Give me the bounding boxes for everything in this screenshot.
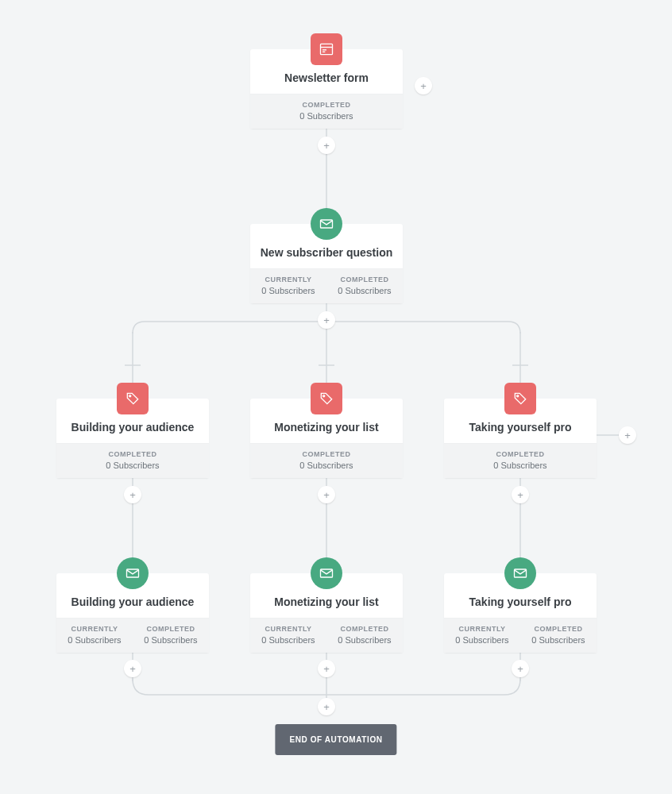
svg-point-21 [323,395,325,397]
node-newsletter-form[interactable]: Newsletter form COMPLETED 0 Subscribers [250,49,403,129]
node-stats: COMPLETED 0 Subscribers [444,443,597,478]
add-step-button[interactable]: + [318,486,335,503]
node-monetizing-list-mail[interactable]: Monetizing your list CURRENTLY 0 Subscri… [250,573,403,653]
stat-label: CURRENTLY [60,625,129,633]
stat-value: 0 Subscribers [136,635,206,645]
node-stats: COMPLETED 0 Subscribers [250,443,403,478]
add-step-button[interactable]: + [124,660,141,677]
stat-value: 0 Subscribers [447,461,593,470]
tag-icon [117,383,149,414]
svg-point-20 [129,395,131,397]
node-new-subscriber-question[interactable]: New subscriber question CURRENTLY 0 Subs… [250,224,403,303]
stat-label: COMPLETED [253,450,400,458]
node-monetizing-list-tag[interactable]: Monetizing your list COMPLETED 0 Subscri… [250,399,403,478]
stat-label: CURRENTLY [447,625,517,633]
mail-icon [117,557,149,589]
svg-rect-25 [515,569,527,577]
node-building-audience-tag[interactable]: Building your audience COMPLETED 0 Subsc… [56,399,209,478]
node-stats: COMPLETED 0 Subscribers [250,94,403,129]
svg-rect-23 [127,569,139,577]
form-icon [311,33,342,65]
stat-value: 0 Subscribers [253,286,323,295]
automation-canvas: Newsletter form COMPLETED 0 Subscribers … [0,0,672,794]
add-step-button[interactable]: + [318,311,335,329]
node-stats: CURRENTLY 0 Subscribers COMPLETED 0 Subs… [250,268,403,303]
mail-icon [311,208,342,240]
stat-label: CURRENTLY [253,625,323,633]
stat-value: 0 Subscribers [253,635,323,645]
node-stats: CURRENTLY 0 Subscribers COMPLETED 0 Subs… [444,618,597,653]
node-stats: CURRENTLY 0 Subscribers COMPLETED 0 Subs… [250,618,403,653]
stat-label: CURRENTLY [253,276,323,283]
svg-rect-15 [321,44,333,54]
add-branch-button[interactable]: + [415,77,432,94]
stat-value: 0 Subscribers [523,635,593,645]
add-step-button[interactable]: + [512,660,529,677]
stat-value: 0 Subscribers [330,635,400,645]
stat-value: 0 Subscribers [447,635,517,645]
node-taking-pro-mail[interactable]: Taking yourself pro CURRENTLY 0 Subscrib… [444,573,597,653]
stat-label: COMPLETED [253,101,400,109]
stat-label: COMPLETED [330,625,400,633]
add-step-button[interactable]: + [124,486,141,503]
node-building-audience-mail[interactable]: Building your audience CURRENTLY 0 Subsc… [56,573,209,653]
tag-icon [504,383,536,414]
stat-label: COMPLETED [447,450,593,458]
add-branch-button[interactable]: + [619,426,636,444]
stat-value: 0 Subscribers [60,461,206,470]
add-step-button[interactable]: + [318,660,335,677]
add-step-button[interactable]: + [318,137,335,154]
stat-value: 0 Subscribers [330,286,400,295]
mail-icon [504,557,536,589]
stat-value: 0 Subscribers [60,635,129,645]
stat-label: COMPLETED [330,276,400,283]
stat-value: 0 Subscribers [253,461,400,470]
stat-label: COMPLETED [60,450,206,458]
end-of-automation-badge: END OF AUTOMATION [275,724,396,755]
tag-icon [311,383,342,414]
node-stats: COMPLETED 0 Subscribers [56,443,209,478]
svg-rect-24 [321,569,333,577]
svg-point-22 [517,395,519,397]
stat-label: COMPLETED [523,625,593,633]
stat-label: COMPLETED [136,625,206,633]
stat-value: 0 Subscribers [253,111,400,121]
svg-rect-19 [321,220,333,228]
node-stats: CURRENTLY 0 Subscribers COMPLETED 0 Subs… [56,618,209,653]
add-step-button[interactable]: + [512,486,529,503]
add-step-button[interactable]: + [318,698,335,715]
mail-icon [311,557,342,589]
node-taking-pro-tag[interactable]: Taking yourself pro COMPLETED 0 Subscrib… [444,399,597,478]
